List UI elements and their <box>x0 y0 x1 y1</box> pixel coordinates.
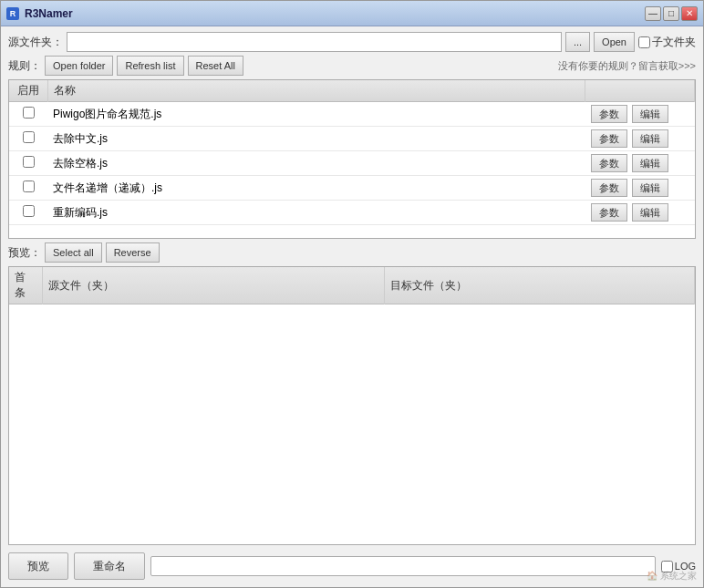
minimize-button[interactable]: — <box>645 6 661 21</box>
reset-all-button[interactable]: Reset All <box>188 56 243 76</box>
reverse-button[interactable]: Reverse <box>106 242 160 263</box>
rule-name-cell: 去除中文.js <box>47 127 585 151</box>
rule-checkbox-4[interactable] <box>23 205 35 217</box>
col-header-name: 名称 <box>47 80 585 102</box>
preview-label: 预览： <box>8 245 41 261</box>
param-button-1[interactable]: 参数 <box>591 129 627 148</box>
param-button-2[interactable]: 参数 <box>591 154 627 172</box>
bottom-bar: 预览 重命名 LOG <box>8 549 696 582</box>
rename-button[interactable]: 重命名 <box>74 552 145 580</box>
rules-toolbar-row: 规则： Open folder Refresh list Reset All 没… <box>8 56 696 76</box>
close-button[interactable]: ✕ <box>681 6 698 21</box>
subfolder-checkbox[interactable] <box>638 36 650 48</box>
table-row: 去除中文.js 参数 编辑 <box>9 127 695 151</box>
rule-actions-cell: 参数 编辑 <box>585 102 695 127</box>
col-header-status: 首条 <box>9 267 42 304</box>
log-checkbox[interactable] <box>661 561 673 573</box>
rules-table-container: 启用 名称 Piwigo图片命名规范.js 参数 编辑 去除中文.js <box>8 79 696 239</box>
rules-label: 规则： <box>8 58 41 74</box>
source-folder-input[interactable] <box>67 32 562 52</box>
rule-actions-cell: 参数 编辑 <box>585 127 695 151</box>
maximize-button[interactable]: □ <box>663 6 679 21</box>
table-row: 文件名递增（递减）.js 参数 编辑 <box>9 176 695 201</box>
table-row: 重新编码.js 参数 编辑 <box>9 201 695 225</box>
edit-button-1[interactable]: 编辑 <box>632 129 668 148</box>
rule-checkbox-3[interactable] <box>23 181 35 192</box>
main-window: R R3Namer — □ ✕ 源文件夹： ... Open 子文件夹 规则： … <box>0 0 704 588</box>
rule-actions-cell: 参数 编辑 <box>585 176 695 201</box>
edit-button-3[interactable]: 编辑 <box>632 179 668 197</box>
subfolder-label: 子文件夹 <box>652 35 696 50</box>
preview-table-header: 首条 源文件（夹） 目标文件（夹） <box>9 267 695 304</box>
select-all-button[interactable]: Select all <box>45 242 102 263</box>
edit-button-0[interactable]: 编辑 <box>632 105 668 123</box>
preview-table-container: 首条 源文件（夹） 目标文件（夹） <box>8 266 696 545</box>
rule-checkbox-0[interactable] <box>23 107 35 119</box>
table-row: 去除空格.js 参数 编辑 <box>9 151 695 176</box>
table-row: Piwigo图片命名规范.js 参数 编辑 <box>9 102 695 127</box>
edit-button-4[interactable]: 编辑 <box>632 203 668 222</box>
edit-button-2[interactable]: 编辑 <box>632 154 668 172</box>
rule-checkbox-2[interactable] <box>23 156 35 168</box>
rules-table-body: Piwigo图片命名规范.js 参数 编辑 去除中文.js 参数 编辑 去除空格… <box>9 102 695 225</box>
rules-tip: 没有你要的规则？留言获取>>> <box>558 59 696 73</box>
main-content: 源文件夹： ... Open 子文件夹 规则： Open folder Refr… <box>1 26 703 587</box>
source-folder-label: 源文件夹： <box>8 35 63 50</box>
col-header-enable: 启用 <box>9 80 47 102</box>
rule-enable-cell[interactable] <box>9 201 47 225</box>
open-folder-button[interactable]: Open folder <box>45 56 113 76</box>
col-header-actions <box>585 80 695 102</box>
rule-checkbox-1[interactable] <box>23 131 35 143</box>
rules-table-header: 启用 名称 <box>9 80 695 102</box>
preview-toolbar: 预览： Select all Reverse <box>8 242 696 263</box>
rule-enable-cell[interactable] <box>9 127 47 151</box>
log-checkbox-label[interactable]: LOG <box>661 561 696 573</box>
log-label: LOG <box>675 561 696 572</box>
subfolder-checkbox-label[interactable]: 子文件夹 <box>638 35 696 50</box>
param-button-3[interactable]: 参数 <box>591 179 627 197</box>
window-title: R3Namer <box>25 7 73 20</box>
rule-name-cell: 去除空格.js <box>47 151 585 176</box>
rule-name-cell: 文件名递增（递减）.js <box>47 176 585 201</box>
app-icon: R <box>6 7 19 20</box>
rule-enable-cell[interactable] <box>9 151 47 176</box>
open-button[interactable]: Open <box>594 32 635 52</box>
rule-enable-cell[interactable] <box>9 102 47 127</box>
title-buttons: — □ ✕ <box>645 6 698 21</box>
title-bar: R R3Namer — □ ✕ <box>1 1 703 26</box>
preview-button[interactable]: 预览 <box>8 552 68 580</box>
browse-button[interactable]: ... <box>565 32 590 52</box>
preview-table: 首条 源文件（夹） 目标文件（夹） <box>9 267 695 304</box>
rule-actions-cell: 参数 编辑 <box>585 151 695 176</box>
refresh-list-button[interactable]: Refresh list <box>117 56 183 76</box>
source-folder-row: 源文件夹： ... Open 子文件夹 <box>8 32 696 52</box>
rule-name-cell: 重新编码.js <box>47 201 585 225</box>
title-bar-text: R R3Namer <box>6 7 73 20</box>
param-button-0[interactable]: 参数 <box>591 105 627 123</box>
rule-enable-cell[interactable] <box>9 176 47 201</box>
rules-table: 启用 名称 Piwigo图片命名规范.js 参数 编辑 去除中文.js <box>9 80 695 225</box>
rule-name-cell: Piwigo图片命名规范.js <box>47 102 585 127</box>
rule-actions-cell: 参数 编辑 <box>585 201 695 225</box>
param-button-4[interactable]: 参数 <box>591 203 627 222</box>
col-header-target: 目标文件（夹） <box>385 267 695 304</box>
col-header-source: 源文件（夹） <box>42 267 385 304</box>
progress-bar-container <box>150 556 656 576</box>
